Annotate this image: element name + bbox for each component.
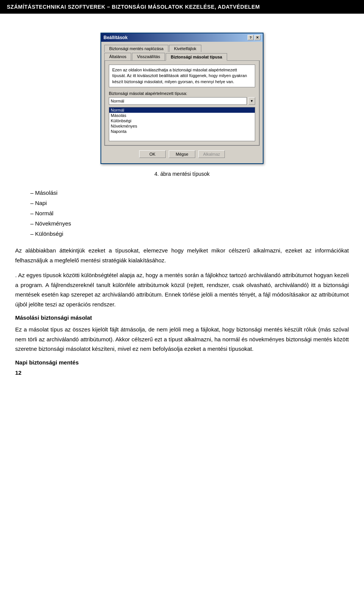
tab-row-2: Általános Visszaállítás Biztonsági másol… (104, 53, 260, 60)
bullet-item-3: Növekményes (30, 218, 349, 229)
tab-restore[interactable]: Visszaállítás (132, 53, 165, 60)
dialog-wrapper: Beállítások ? ✕ Biztonsági mentés naplóz… (15, 21, 349, 171)
bullet-item-4: Különbségi (30, 229, 349, 239)
page-header: SZÁMÍTÁSTECHNIKAI SZOFTVEREK – BIZTONSÁG… (0, 0, 364, 14)
section1-paragraph: Ez a másolat típus az összes kijelölt fá… (15, 325, 349, 354)
dialog-title: Beállítások (104, 35, 127, 40)
tab-exception-files[interactable]: Kivételfájlok (169, 45, 201, 52)
close-button[interactable]: ✕ (254, 35, 260, 40)
dialog-window: Beállítások ? ✕ Biztonsági mentés naplóz… (100, 33, 264, 164)
description-text: Ezen az oldalon kiválaszthatja a biztons… (112, 68, 247, 84)
dialog-action-buttons: OK Mégse Alkalmaz (104, 150, 260, 160)
list-item-copy[interactable]: Másolás (109, 113, 255, 118)
section1-heading: Másolási biztonsági másolat (15, 314, 349, 321)
tab-backup-log[interactable]: Biztonsági mentés naplózása (104, 45, 168, 52)
titlebar-buttons: ? ✕ (248, 35, 260, 40)
intro-paragraph: Az alábbiakban áttekintjük ezeket a típu… (15, 246, 349, 265)
dropdown-row: Normál ▼ (109, 97, 255, 105)
bullet-item-0: Másolási (30, 188, 349, 198)
tab-row-1: Biztonsági mentés naplózása Kivételfájlo… (104, 45, 260, 52)
dialog-body: Biztonsági mentés naplózása Kivételfájlo… (101, 42, 263, 163)
bullet-item-1: Napi (30, 198, 349, 208)
bullet-list: Másolási Napi Normál Növekményes Különbs… (30, 188, 349, 239)
tab-general[interactable]: Általános (104, 53, 131, 60)
list-item-incremental[interactable]: Növekményes (109, 123, 255, 129)
section2-heading: Napi biztonsági mentés (15, 359, 349, 366)
body-paragraph-1: . Az egyes típusok közötti különbségtéte… (15, 270, 349, 309)
help-button[interactable]: ? (248, 35, 254, 40)
list-item-differential[interactable]: Különbségi (109, 118, 255, 123)
list-item-daily[interactable]: Naponta (109, 129, 255, 134)
dialog-container: Beállítások ? ✕ Biztonsági mentés naplóz… (100, 33, 264, 164)
dialog-panel: Ezen az oldalon kiválaszthatja a biztons… (104, 60, 260, 146)
dialog-titlebar: Beállítások ? ✕ (101, 33, 263, 42)
header-title: SZÁMÍTÁSTECHNIKAI SZOFTVEREK – BIZTONSÁG… (7, 4, 260, 10)
default-type-label: Biztonsági másolat alapértelmezett típus… (109, 91, 255, 96)
figure-caption: 4. ábra mentési típusok (15, 171, 349, 177)
dropdown-arrow-button[interactable]: ▼ (248, 97, 255, 105)
main-content: Beállítások ? ✕ Biztonsági mentés naplóz… (0, 14, 364, 391)
type-listbox[interactable]: Normál Másolás Különbségi Növekményes (109, 107, 255, 141)
tab-backup-type[interactable]: Biztonsági másolat típusa (166, 53, 227, 61)
description-box: Ezen az oldalon kiválaszthatja a biztons… (109, 65, 255, 87)
ok-button[interactable]: OK (139, 150, 166, 158)
bullet-item-2: Normál (30, 208, 349, 218)
page-number: 12 (15, 369, 349, 376)
list-item-normal[interactable]: Normál (109, 107, 255, 113)
type-dropdown[interactable]: Normál (109, 97, 247, 105)
apply-button[interactable]: Alkalmaz (198, 150, 225, 158)
cancel-button[interactable]: Mégse (169, 150, 195, 158)
